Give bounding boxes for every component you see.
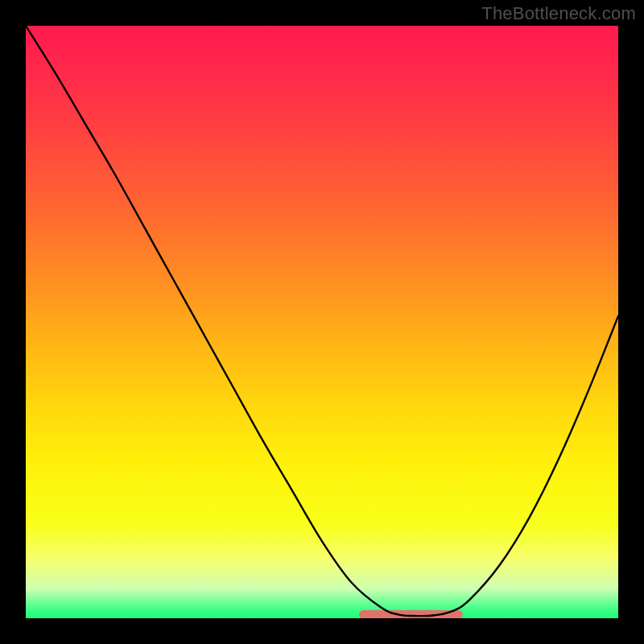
- plot-area: [26, 26, 618, 618]
- bottleneck-curve: [26, 26, 618, 616]
- chart-frame: TheBottleneck.com: [0, 0, 644, 644]
- curve-layer: [26, 26, 618, 618]
- watermark-text: TheBottleneck.com: [481, 3, 636, 24]
